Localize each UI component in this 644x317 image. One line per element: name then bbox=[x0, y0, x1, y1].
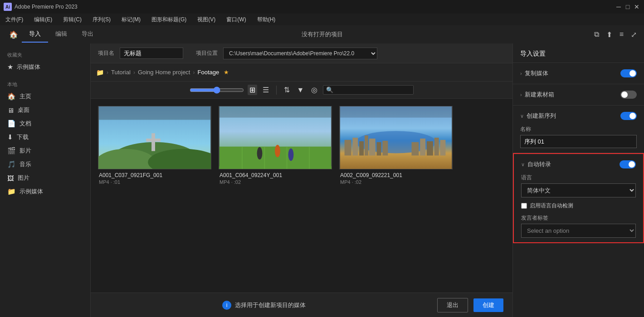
sort-button[interactable]: ⇅ bbox=[282, 85, 292, 95]
auto-transcribe-label: ∨ 自动转录 bbox=[521, 160, 551, 168]
settings-icon[interactable]: ≡ bbox=[618, 29, 625, 39]
sidebar-item-sample-media-fav[interactable]: ★ 示例媒体 bbox=[0, 60, 90, 74]
sidebar: 收藏夹 ★ 示例媒体 本地 🏠 主页 🖥 桌面 📄 文档 ⬇ 下载 🎬 影片 🎵 bbox=[0, 43, 91, 317]
media-item-2[interactable]: A001_C064_09224Y_001 MP4 · :02 bbox=[219, 106, 332, 187]
menu-file[interactable]: 文件(F) bbox=[4, 15, 25, 24]
create-sequence-toggle[interactable] bbox=[620, 112, 637, 120]
sidebar-item-home[interactable]: 🏠 主页 bbox=[0, 90, 90, 103]
media-info-1: A001_C037_0921FG_001 MP4 · :01 bbox=[98, 169, 211, 187]
tab-export[interactable]: 导出 bbox=[74, 26, 101, 43]
new-bin-toggle[interactable] bbox=[620, 91, 637, 99]
svg-rect-24 bbox=[369, 139, 376, 155]
home-button[interactable]: 🏠 bbox=[5, 30, 22, 39]
svg-rect-20 bbox=[345, 140, 351, 156]
app-title: Adobe Premiere Pro 2023 bbox=[15, 4, 78, 10]
sidebar-item-pictures[interactable]: 🖼 图片 bbox=[0, 171, 90, 185]
sidebar-item-sample-media[interactable]: 📁 示例媒体 bbox=[0, 185, 90, 198]
right-panel: 导入设置 › 复制媒体 › 新建素材箱 bbox=[512, 43, 644, 317]
folder-browse-icon: 📁 bbox=[96, 69, 104, 76]
media-meta-3: MP4 · :02 bbox=[340, 179, 452, 185]
svg-point-14 bbox=[257, 147, 263, 160]
list-view-button[interactable]: ☰ bbox=[261, 85, 271, 95]
local-label: 本地 bbox=[0, 78, 90, 90]
main-layout: 收藏夹 ★ 示例媒体 本地 🏠 主页 🖥 桌面 📄 文档 ⬇ 下载 🎬 影片 🎵 bbox=[0, 43, 644, 317]
movie-icon: 🎬 bbox=[7, 147, 16, 155]
svg-rect-13 bbox=[309, 147, 310, 169]
create-seq-chevron: ∨ bbox=[520, 113, 524, 119]
copy-media-toggle[interactable] bbox=[620, 69, 637, 77]
media-item-3[interactable]: A002_C009_092221_001 MP4 · :02 bbox=[339, 106, 453, 187]
minimize-button[interactable]: ─ bbox=[615, 3, 622, 10]
svg-rect-12 bbox=[287, 147, 288, 169]
music-icon: 🎵 bbox=[7, 160, 16, 168]
titlebar: Ai Adobe Premiere Pro 2023 ─ □ ✕ bbox=[0, 0, 644, 14]
svg-rect-5 bbox=[146, 139, 161, 142]
auto-transcribe-toggle[interactable] bbox=[620, 160, 636, 168]
topnav-actions: ⧉ ⬆ ≡ ⤢ bbox=[592, 29, 639, 40]
create-sequence-row[interactable]: ∨ 创建新序列 bbox=[520, 110, 637, 122]
project-location-select[interactable]: C:\Users\mae\Documents\Adobe\Premiere Pr… bbox=[223, 48, 377, 59]
export-icon[interactable]: ⬆ bbox=[605, 29, 614, 40]
info-icon-button[interactable]: i bbox=[222, 301, 231, 310]
grid-view-button[interactable]: ⊞ bbox=[248, 85, 257, 95]
menu-window[interactable]: 窗口(W) bbox=[224, 15, 248, 24]
svg-rect-26 bbox=[382, 141, 388, 156]
sidebar-item-downloads[interactable]: ⬇ 下载 bbox=[0, 130, 90, 144]
svg-rect-31 bbox=[440, 140, 446, 156]
menu-edit[interactable]: 编辑(E) bbox=[32, 15, 54, 24]
menu-sequence[interactable]: 序列(S) bbox=[91, 15, 112, 24]
breadcrumb-bar: 📁 › Tutorial › Going Home project › Foot… bbox=[91, 63, 512, 82]
duplicate-icon[interactable]: ⧉ bbox=[592, 29, 601, 39]
sidebar-label-music: 音乐 bbox=[20, 160, 31, 168]
project-name-input[interactable] bbox=[120, 48, 183, 59]
breadcrumb-going-home[interactable]: Going Home project bbox=[138, 69, 190, 76]
tab-edit[interactable]: 编辑 bbox=[48, 26, 74, 43]
nav-tabs: 导入 编辑 导出 bbox=[22, 26, 101, 43]
home-icon: 🏠 bbox=[7, 92, 16, 101]
window-controls[interactable]: ─ □ ✕ bbox=[615, 3, 640, 10]
top-navigation: 🏠 导入 编辑 导出 没有打开的项目 ⧉ ⬆ ≡ ⤢ bbox=[0, 25, 644, 43]
search-input[interactable] bbox=[335, 87, 410, 93]
sidebar-label-home: 主页 bbox=[20, 92, 31, 101]
app-logo: Ai bbox=[4, 3, 12, 11]
menu-view[interactable]: 视图(V) bbox=[195, 15, 217, 24]
copy-media-chevron: › bbox=[520, 71, 522, 76]
auto-transcribe-row[interactable]: ∨ 自动转录 bbox=[521, 158, 636, 170]
sidebar-item-movies[interactable]: 🎬 影片 bbox=[0, 144, 90, 158]
sidebar-item-music[interactable]: 🎵 音乐 bbox=[0, 158, 90, 171]
sidebar-label-desktop: 桌面 bbox=[18, 106, 29, 114]
menu-clip[interactable]: 剪辑(C) bbox=[61, 15, 83, 24]
zoom-slider[interactable] bbox=[190, 86, 244, 94]
menu-help[interactable]: 帮助(H) bbox=[255, 15, 278, 24]
menu-marker[interactable]: 标记(M) bbox=[120, 15, 142, 24]
expand-icon[interactable]: ⤢ bbox=[629, 29, 639, 40]
menu-graphics[interactable]: 图形和标题(G) bbox=[150, 15, 188, 24]
sidebar-item-desktop[interactable]: 🖥 桌面 bbox=[0, 103, 90, 117]
new-bin-label: › 新建素材箱 bbox=[520, 91, 554, 99]
sidebar-label-movies: 影片 bbox=[20, 147, 31, 155]
language-select[interactable]: 简体中文 English 日本語 한국어 bbox=[521, 183, 636, 197]
svg-rect-30 bbox=[434, 138, 439, 155]
auto-detect-checkbox[interactable] bbox=[521, 203, 527, 209]
eye-button[interactable]: ◎ bbox=[309, 85, 319, 95]
media-item-1[interactable]: A001_C037_0921FG_001 MP4 · :01 bbox=[98, 106, 211, 187]
auto-detect-label: 启用语言自动检测 bbox=[530, 202, 573, 210]
filter-button[interactable]: ▼ bbox=[295, 85, 306, 95]
auto-transcribe-section: ∨ 自动转录 语言 简体中文 English 日本語 한국어 启用语言自动检测 … bbox=[513, 153, 644, 243]
dialect-select[interactable]: Select an option bbox=[521, 224, 636, 238]
desktop-icon: 🖥 bbox=[7, 106, 14, 114]
favorite-star-icon[interactable]: ★ bbox=[224, 69, 229, 76]
cancel-button[interactable]: 退出 bbox=[437, 298, 468, 312]
tab-import[interactable]: 导入 bbox=[22, 26, 48, 43]
maximize-button[interactable]: □ bbox=[624, 3, 631, 10]
sequence-name-input[interactable] bbox=[520, 135, 637, 148]
sidebar-label-documents: 文档 bbox=[20, 120, 31, 128]
breadcrumb-tutorial[interactable]: Tutorial bbox=[111, 69, 131, 76]
create-button[interactable]: 创建 bbox=[473, 298, 503, 312]
sidebar-item-documents[interactable]: 📄 文档 bbox=[0, 117, 90, 130]
close-button[interactable]: ✕ bbox=[633, 3, 640, 10]
copy-media-row[interactable]: › 复制媒体 bbox=[520, 67, 637, 79]
new-bin-row[interactable]: › 新建素材箱 bbox=[520, 89, 637, 101]
breadcrumb-footage[interactable]: Footage bbox=[198, 69, 220, 76]
dialect-label: 发言者标签 bbox=[521, 214, 636, 222]
